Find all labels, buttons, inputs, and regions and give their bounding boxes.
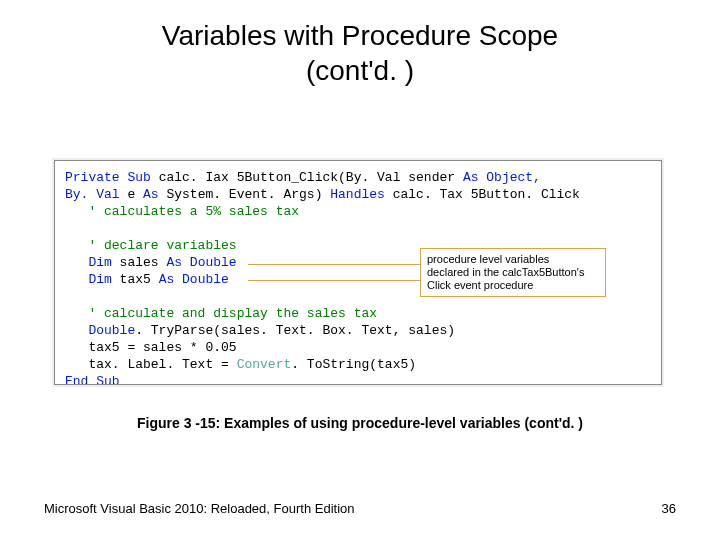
- code-token: As Double: [166, 255, 236, 270]
- code-token: sales: [120, 255, 167, 270]
- callout-line-3: Click event procedure: [427, 279, 533, 291]
- slide: Variables with Procedure Scope (cont'd. …: [0, 0, 720, 540]
- code-token: calc. Iax 5Button_Click(By. Val: [159, 170, 409, 185]
- code-token: Convert: [237, 357, 292, 372]
- code-token: e: [127, 187, 143, 202]
- code-token: As: [143, 187, 166, 202]
- slide-title: Variables with Procedure Scope (cont'd. …: [0, 0, 720, 88]
- callout-connector: [248, 264, 420, 265]
- code-token: Handles: [330, 187, 392, 202]
- code-token: As Object,: [463, 170, 541, 185]
- code-token: End Sub: [65, 374, 120, 385]
- code-line: tax5 = sales * 0.05: [65, 340, 237, 355]
- callout-connector: [248, 280, 420, 281]
- code-token: calc. Tax 5Button. Click: [393, 187, 580, 202]
- callout-line-1: procedure level variables: [427, 253, 549, 265]
- code-token: tax5: [120, 272, 159, 287]
- title-line-1: Variables with Procedure Scope: [162, 20, 558, 51]
- code-token: Dim: [65, 272, 120, 287]
- title-line-2: (cont'd. ): [306, 55, 414, 86]
- code-token: Private Sub: [65, 170, 159, 185]
- code-token: System. Event. Args): [166, 187, 330, 202]
- figure-caption: Figure 3 -15: Examples of using procedur…: [0, 415, 720, 431]
- code-token: As Double: [159, 272, 229, 287]
- page-number: 36: [662, 501, 676, 516]
- code-token: Dim: [65, 255, 120, 270]
- footer-text: Microsoft Visual Basic 2010: Reloaded, F…: [44, 501, 354, 516]
- code-comment: ' calculate and display the sales tax: [65, 306, 377, 321]
- callout-box: procedure level variables declared in th…: [420, 248, 606, 297]
- code-token: By. Val: [65, 187, 127, 202]
- code-token: . TryParse(sales. Text. Box. Text, sales…: [135, 323, 455, 338]
- code-comment: ' calculates a 5% sales tax: [65, 204, 299, 219]
- code-token: sender: [408, 170, 463, 185]
- code-comment: ' declare variables: [65, 238, 237, 253]
- code-token: Double: [65, 323, 135, 338]
- code-token: tax. Label. Text =: [65, 357, 237, 372]
- callout-line-2: declared in the calcTax5Button's: [427, 266, 584, 278]
- code-token: . ToString(tax5): [291, 357, 416, 372]
